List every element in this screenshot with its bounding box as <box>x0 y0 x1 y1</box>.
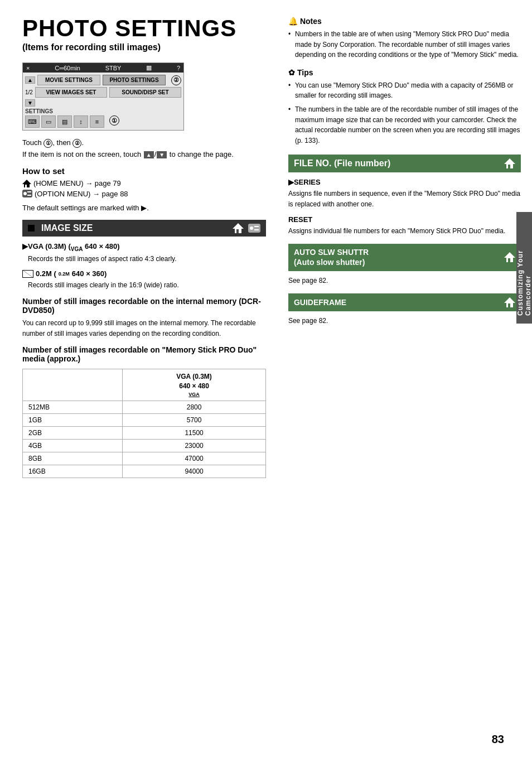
home-icon <box>22 179 31 188</box>
internal-memory-text: You can record up to 9,999 still images … <box>22 318 266 339</box>
table-cell-value: 23000 <box>123 440 266 452</box>
how-to-set-line2: (OPTION MENU) → page 88 <box>22 190 266 198</box>
guideframe-home-icon <box>504 297 515 308</box>
how-to-set-home-text: (HOME MENU) → page 79 <box>33 179 121 187</box>
table-cell-size: 1GB <box>23 414 123 427</box>
table-row: 512MB2800 <box>23 401 266 414</box>
page-subtitle: (Items for recording still images) <box>22 42 266 52</box>
auto-slw-header: AUTO SLW SHUTTR (Auto slow shutter) <box>288 244 521 271</box>
guideframe-see-page: See page 82. <box>288 316 521 326</box>
table-cell-value: 11500 <box>123 427 266 440</box>
widescreen-icon <box>22 270 33 278</box>
settings-icon-3[interactable]: ▤ <box>57 115 72 128</box>
tips-section: ✿ Tips You can use "Memory Stick PRO Duo… <box>288 68 521 146</box>
table-cell-value: 94000 <box>123 465 266 478</box>
callout-2: ② <box>171 75 181 85</box>
table-row: 1GB5700 <box>23 414 266 427</box>
sound-disp-button[interactable]: SOUND/DISP SET <box>109 87 181 98</box>
view-images-button[interactable]: VIEW IMAGES SET <box>35 87 107 98</box>
tips-items-container: You can use "Memory Stick PRO Duo" media… <box>288 80 521 146</box>
image-size-heading: IMAGE SIZE <box>41 223 93 233</box>
table-header-line1: VGA (0.3M) <box>128 372 260 382</box>
svg-rect-10 <box>254 226 259 227</box>
down-page-icon: ▼ <box>157 151 167 158</box>
image-size-header: IMAGE SIZE <box>22 220 266 237</box>
svg-rect-5 <box>27 195 31 196</box>
svg-rect-1 <box>25 185 27 187</box>
auto-slw-title: AUTO SLW SHUTTR (Auto slow shutter) <box>294 247 369 267</box>
option2-label: 0.2M ( <box>36 269 56 278</box>
table-cell-size: 4GB <box>23 440 123 452</box>
reset-description: Assigns individual file numbers for each… <box>288 226 521 237</box>
notes-title: 🔔 Notes <box>288 17 521 26</box>
internal-memory-heading: Number of still images recordable on the… <box>22 297 266 315</box>
option2-title: 0.2M ( 0.2M 640 × 360) <box>22 269 266 278</box>
table-vga-header: VGA (0.3M) 640 × 480 VGA <box>123 369 266 401</box>
table-row: 8GB47000 <box>23 452 266 465</box>
option2-sub: 0.2M <box>59 271 70 277</box>
svg-rect-17 <box>508 258 510 262</box>
auto-slw-line2: (Auto slow shutter) <box>294 257 369 267</box>
tips-heading: Tips <box>297 68 313 77</box>
grid-icon: ▦ <box>146 64 152 71</box>
file-no-home-icon <box>504 158 515 169</box>
notes-items-container: Numbers in the table are of when using "… <box>288 29 521 60</box>
how-to-set-option-text: (OPTION MENU) → page 88 <box>35 190 128 198</box>
arrow-down-button[interactable]: ▼ <box>25 99 35 107</box>
tips-icon: ✿ <box>288 68 295 77</box>
close-icon: × <box>26 65 30 71</box>
help-icon: ? <box>177 65 180 71</box>
settings-icon-4[interactable]: ↕ <box>74 115 88 128</box>
notes-item: Numbers in the table are of when using "… <box>288 29 521 60</box>
tape-indicator: C═60min <box>55 65 80 71</box>
table-row: 2GB11500 <box>23 427 266 440</box>
svg-rect-11 <box>254 229 259 230</box>
guideframe-title: GUIDEFRAME <box>294 298 346 307</box>
table-cell-value: 47000 <box>123 452 266 465</box>
sidebar-tab: Customizing Your Camcorder <box>516 212 532 324</box>
up-page-icon: ▲ <box>144 151 154 158</box>
option2-dims: 640 × 360) <box>72 269 107 278</box>
table-row: 4GB23000 <box>23 440 266 452</box>
table-cell-size: 16GB <box>23 465 123 478</box>
tips-item: The numbers in the table are of the reco… <box>288 104 521 146</box>
how-to-set-line1: (HOME MENU) → page 79 <box>22 179 266 188</box>
reset-label: RESET <box>288 215 521 224</box>
page-number-indicator: 1/2 <box>25 89 33 95</box>
svg-rect-7 <box>236 229 239 233</box>
auto-slw-line1: AUTO SLW SHUTTR <box>294 247 369 257</box>
table-row: 16GB94000 <box>23 465 266 478</box>
notes-heading: Notes <box>300 17 322 26</box>
table-header-line3: VGA <box>128 391 260 398</box>
svg-point-3 <box>23 192 27 195</box>
settings-icon-1[interactable]: ⌨ <box>25 115 40 128</box>
option-icon <box>22 190 32 197</box>
svg-rect-4 <box>27 191 31 192</box>
vga-arrow: ▶ <box>22 242 28 250</box>
arrow-up-button[interactable]: ▲ <box>25 76 35 84</box>
table-cell-value: 5700 <box>123 414 266 427</box>
image-size-icon <box>28 225 35 232</box>
tips-item: You can use "Memory Stick PRO Duo" media… <box>288 80 521 101</box>
movie-settings-button[interactable]: MOVIE SETTINGS <box>37 75 100 85</box>
page-title: PHOTO SETTINGS <box>22 17 266 40</box>
settings-label: SETTINGS <box>25 108 181 114</box>
image-size-icons <box>233 223 260 234</box>
photo-settings-button[interactable]: PHOTO SETTINGS <box>103 75 166 85</box>
notes-section: 🔔 Notes Numbers in the table are of when… <box>288 17 521 60</box>
camera-ui: × C═60min STBY ▦ ? ▲ MOVIE SETTINGS PHOT… <box>22 62 184 131</box>
settings-icon-2[interactable]: ▭ <box>41 115 56 128</box>
svg-point-9 <box>250 226 253 230</box>
settings-icon-5[interactable]: ≡ <box>90 115 104 128</box>
svg-rect-19 <box>508 303 510 307</box>
option2-description: Records still images clearly in the 16:9… <box>28 280 266 290</box>
default-settings-text: The default settings are marked with ▶. <box>22 204 266 212</box>
tips-title: ✿ Tips <box>288 68 521 77</box>
auto-slw-see-page: See page 82. <box>288 276 521 286</box>
table-size-header <box>23 369 123 401</box>
table-cell-size: 8GB <box>23 452 123 465</box>
memory-table: VGA (0.3M) 640 × 480 VGA 512MB28001GB570… <box>22 369 266 478</box>
callout-1: ① <box>109 115 119 126</box>
table-header-line2: 640 × 480 <box>128 382 260 391</box>
table-cell-size: 512MB <box>23 401 123 414</box>
